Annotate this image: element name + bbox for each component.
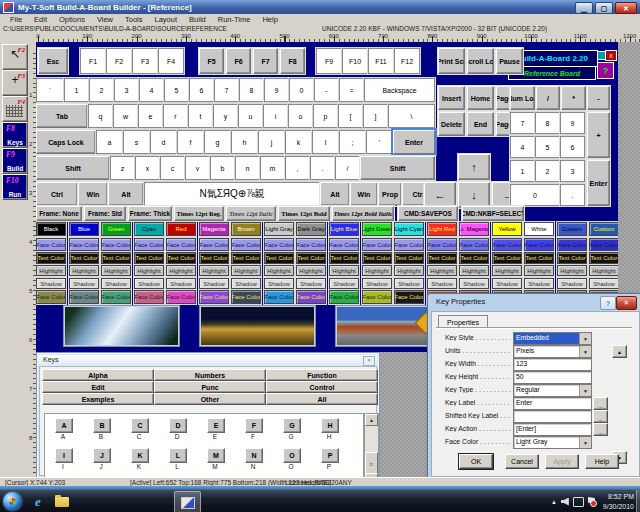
palette-brown-face-6[interactable]: Face Color	[231, 238, 261, 251]
key-i[interactable]: i	[263, 104, 288, 128]
key-key[interactable]: =	[339, 78, 364, 102]
key-q[interactable]: q	[88, 104, 113, 128]
key-print-scr[interactable]: Print Scr	[438, 48, 465, 74]
key-f12[interactable]: F12	[394, 48, 420, 74]
palette-light-blue-sh-9[interactable]: Shadow	[329, 278, 359, 289]
key-o[interactable]: o	[288, 104, 313, 128]
letter-key-n[interactable]: N	[245, 448, 263, 463]
key-key[interactable]: \	[388, 104, 435, 128]
start-button[interactable]	[3, 492, 22, 511]
letter-key-o[interactable]: O	[283, 448, 301, 463]
key-times-12pt-reg[interactable]: Times 12pt Reg.	[174, 206, 224, 221]
ellipsis-button-key-label[interactable]: ...	[593, 397, 608, 410]
key-alt[interactable]: Alt	[108, 182, 144, 206]
key-numpad-7[interactable]: 7	[510, 112, 535, 134]
key-key[interactable]: '	[366, 130, 393, 154]
palette-lt-magenta-name-13[interactable]: Lt. Magenta	[459, 222, 489, 236]
palette-light-blue-hi-9[interactable]: Highlight	[329, 265, 359, 276]
palette-light-blue-face-9[interactable]: Face Color	[329, 238, 359, 251]
maximize-button[interactable]: ▢	[595, 2, 613, 14]
palette-yellow-hi-14[interactable]: Highlight	[492, 265, 522, 276]
ellipsis-button-key-action[interactable]: ...	[593, 423, 608, 436]
palette-cyan-hi-3[interactable]: Highlight	[134, 265, 164, 276]
key-r[interactable]: r	[163, 104, 188, 128]
key-h[interactable]: h	[231, 130, 258, 154]
key-arrow-down[interactable]: ↓	[458, 182, 490, 208]
key-prop[interactable]: Prop	[378, 182, 402, 206]
key-f8[interactable]: F8	[280, 48, 305, 74]
palette-dark-gray-hi-8[interactable]: Highlight	[296, 265, 326, 276]
letter-key-k[interactable]: K	[131, 448, 149, 463]
keys-window-titlebar[interactable]: Keys	[39, 355, 377, 366]
dialog-help-button[interactable]: ?	[600, 296, 616, 310]
category-edit[interactable]: Edit	[42, 381, 154, 393]
key-f10[interactable]: F10	[342, 48, 368, 74]
key-alt-right[interactable]: Alt	[320, 182, 350, 206]
palette-cyan-face-3[interactable]: Face Color	[134, 238, 164, 251]
key-8[interactable]: 8	[239, 78, 264, 102]
menu-file[interactable]: File	[4, 15, 28, 24]
key-win[interactable]: Win	[78, 182, 108, 206]
palette-magenta-name-5[interactable]: Magenta	[199, 222, 229, 236]
taskbar-app-button[interactable]	[174, 491, 201, 512]
key-space-unicode-sample[interactable]: N氜ΣЯQ⊕⅞親	[144, 182, 320, 206]
palette-light-gray-face-7[interactable]: Face Color	[264, 238, 294, 251]
key-frame-thick[interactable]: Frame: Thick	[128, 206, 172, 221]
palette-blue-name-1[interactable]: Blue	[69, 222, 99, 236]
key-scroll-lck[interactable]: Scroll Lck	[467, 48, 494, 74]
apply-button[interactable]: Apply	[545, 454, 579, 469]
board-help-key[interactable]: ?	[597, 62, 614, 79]
category-control[interactable]: Control	[266, 381, 378, 393]
key-key[interactable]: /	[335, 156, 360, 180]
palette-custom-text-17[interactable]: Text Color	[589, 252, 618, 264]
letter-key-p[interactable]: P	[321, 448, 339, 463]
key-f3[interactable]: F3	[132, 48, 158, 74]
palette-green-face2-2[interactable]: Face Color	[101, 290, 131, 304]
volume-icon[interactable]	[561, 498, 569, 506]
key-numpad-plus[interactable]: +	[587, 112, 610, 158]
key-numpad-multiply[interactable]: *	[561, 86, 586, 110]
key-end[interactable]: End	[467, 112, 494, 136]
field-input-key-action[interactable]: [Enter]	[513, 423, 592, 436]
key-f1[interactable]: F1	[80, 48, 106, 74]
palette-light-blue-text-9[interactable]: Text Color	[329, 252, 359, 264]
hidden-icons-arrow-icon[interactable]: ▲	[551, 499, 557, 505]
key-shift[interactable]: Shift	[36, 156, 110, 180]
palette-lt-magenta-face-13[interactable]: Face Color	[459, 238, 489, 251]
palette-light-blue-name-9[interactable]: Light Blue	[329, 222, 359, 236]
key-tab[interactable]: Tab	[36, 104, 88, 128]
palette-custom-hi-16[interactable]: Highlight	[557, 265, 587, 276]
palette-white-text-15[interactable]: Text Color	[524, 252, 554, 264]
palette-red-face-4[interactable]: Face Color	[166, 238, 196, 251]
key-numpad-9[interactable]: 9	[560, 112, 585, 134]
menu-help[interactable]: Help	[256, 15, 283, 24]
toolbar-button-f10[interactable]: F10Run	[2, 174, 28, 200]
palette-red-hi-4[interactable]: Highlight	[166, 265, 196, 276]
palette-light-red-hi-12[interactable]: Highlight	[427, 265, 457, 276]
key-p[interactable]: p	[313, 104, 338, 128]
key-6[interactable]: 6	[189, 78, 214, 102]
key-y[interactable]: y	[213, 104, 238, 128]
category-function[interactable]: Function	[266, 369, 378, 381]
palette-green-text-2[interactable]: Text Color	[101, 252, 131, 264]
key-shift-right[interactable]: Shift	[360, 156, 435, 180]
palette-light-green-sh-10[interactable]: Shadow	[362, 278, 392, 289]
palette-magenta-face2-5[interactable]: Face Color	[199, 290, 229, 304]
palette-light-blue-face2-9[interactable]: Face Color	[329, 290, 359, 304]
key-numpad-enter[interactable]: Enter	[587, 160, 610, 206]
show-desktop-button[interactable]	[636, 490, 640, 512]
palette-brown-name-6[interactable]: Brown	[231, 222, 261, 236]
key-c[interactable]: c	[160, 156, 185, 180]
key-key[interactable]: `	[36, 78, 64, 102]
key-0[interactable]: 0	[289, 78, 314, 102]
ellipsis-button-shifted-key-label[interactable]: ...	[593, 410, 608, 423]
palette-custom-face-16[interactable]: Face Color	[557, 238, 587, 251]
palette-light-gray-sh-7[interactable]: Shadow	[264, 278, 294, 289]
letter-key-f[interactable]: F	[245, 418, 263, 433]
palette-light-red-name-12[interactable]: Light Red	[427, 222, 457, 236]
letter-key-e[interactable]: E	[207, 418, 225, 433]
ok-button[interactable]: OK	[459, 454, 493, 469]
palette-green-name-2[interactable]: Green	[101, 222, 131, 236]
dialog-close-button[interactable]: ✕	[616, 296, 637, 310]
palette-green-face-2[interactable]: Face Color	[101, 238, 131, 251]
